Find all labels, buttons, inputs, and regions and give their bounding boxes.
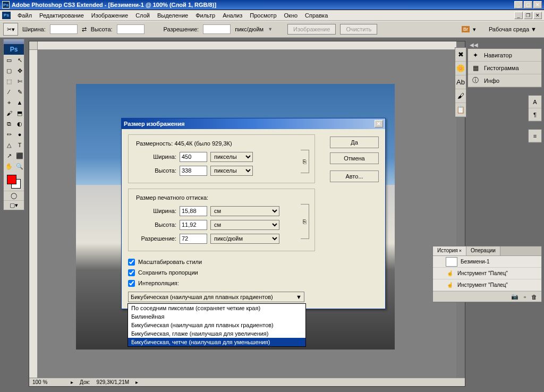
- history-doc-row[interactable]: Безимени-1: [433, 256, 541, 268]
- maximize-button[interactable]: ▢: [524, 1, 532, 8]
- px-width-input[interactable]: [180, 152, 207, 162]
- px-height-unit[interactable]: пикселы: [210, 166, 253, 176]
- history-state-row[interactable]: ☝ Инструмент "Палец": [433, 279, 541, 291]
- tool-3[interactable]: ✥: [14, 65, 25, 76]
- tool-19[interactable]: ⬛: [14, 150, 25, 161]
- scale-styles-checkbox[interactable]: [128, 259, 135, 266]
- opt-clear-button[interactable]: Очистить: [340, 24, 377, 35]
- doc-minimize-button[interactable]: _: [514, 12, 523, 19]
- close-button[interactable]: ✕: [533, 1, 542, 8]
- tool-14[interactable]: ✏: [4, 129, 14, 140]
- interp-option-4[interactable]: Бикубическая, четче (наилучшая для умень…: [128, 338, 305, 346]
- mini-para-icon[interactable]: ¶: [529, 108, 541, 121]
- new-snapshot-icon[interactable]: 📷: [511, 293, 518, 300]
- tab-history[interactable]: История×: [433, 246, 466, 255]
- current-tool-thumb[interactable]: ✂▾: [3, 23, 18, 36]
- dialog-close-button[interactable]: ✕: [375, 120, 383, 127]
- palette-info[interactable]: ⓘ Инфо: [468, 74, 541, 87]
- pr-width-input[interactable]: [180, 206, 207, 216]
- dock-collapse-icon[interactable]: ◀◀: [470, 42, 478, 48]
- resample-checkbox[interactable]: [128, 280, 135, 287]
- tool-21[interactable]: 🔍: [14, 161, 25, 172]
- tool-12[interactable]: ⧉: [4, 118, 14, 129]
- constrain-link-icon[interactable]: ⎘: [301, 150, 309, 173]
- tool-11[interactable]: ⬒: [14, 108, 25, 118]
- interpolation-select[interactable]: Бикубическая (наилучшая для плавных град…: [128, 292, 304, 302]
- tool-7[interactable]: ✎: [14, 87, 25, 97]
- tool-20[interactable]: ✋: [4, 161, 14, 172]
- tab-actions[interactable]: Операции: [466, 246, 500, 255]
- ruler-vertical[interactable]: [29, 50, 38, 378]
- tool-6[interactable]: ∕: [4, 87, 14, 97]
- auto-button[interactable]: Авто...: [330, 171, 379, 182]
- side-swatch-icon[interactable]: 🌼: [455, 62, 466, 75]
- res-input[interactable]: [180, 234, 207, 244]
- interp-option-1[interactable]: Билинейная: [128, 312, 305, 321]
- workspace-menu[interactable]: Br ▾ Рабочая среда ▼: [457, 25, 541, 34]
- ruler-horizontal[interactable]: [38, 41, 456, 50]
- constrain-checkbox[interactable]: [128, 269, 135, 276]
- tool-2[interactable]: ▢: [4, 65, 14, 76]
- interpolation-dropdown[interactable]: По соседним пикселам (сохраняет четкие к…: [128, 303, 306, 347]
- menu-analysis[interactable]: Анализ: [219, 11, 246, 20]
- tool-1[interactable]: ↖: [14, 55, 25, 65]
- side-char-icon[interactable]: Ab: [455, 75, 466, 89]
- dialog-titlebar[interactable]: Размер изображения ✕: [122, 118, 385, 129]
- menu-filter[interactable]: Фильтр: [192, 11, 219, 20]
- minimize-button[interactable]: _: [514, 1, 523, 8]
- cancel-button[interactable]: Отмена: [330, 152, 379, 164]
- palette-navigator[interactable]: ✦ Навигатор: [468, 49, 541, 62]
- new-doc-icon[interactable]: ▫: [524, 294, 526, 300]
- menu-view[interactable]: Просмотр: [246, 11, 280, 20]
- tool-8[interactable]: ⌖: [4, 97, 14, 108]
- pr-height-input[interactable]: [180, 220, 207, 230]
- history-state-row[interactable]: ☝ Инструмент "Палец": [433, 268, 541, 279]
- menu-help[interactable]: Справка: [301, 11, 332, 20]
- tool-4[interactable]: ⬚: [4, 76, 14, 87]
- side-layers-icon[interactable]: 📋: [455, 103, 466, 117]
- interp-option-2[interactable]: Бикубическая (наилучшая для плавных град…: [128, 321, 305, 329]
- tool-10[interactable]: 🖌: [4, 108, 14, 118]
- pr-width-unit[interactable]: см: [210, 206, 279, 216]
- tool-17[interactable]: T: [14, 140, 25, 150]
- side-brush-icon[interactable]: 🖌: [455, 89, 466, 103]
- tool-5[interactable]: ✄: [14, 76, 25, 87]
- menu-image[interactable]: Изображение: [88, 11, 132, 20]
- opt-width-input[interactable]: [50, 24, 78, 34]
- status-zoom[interactable]: 100 %: [32, 379, 64, 385]
- menu-file[interactable]: Файл: [14, 11, 36, 20]
- screenmode-toggle[interactable]: ▢▾: [4, 200, 24, 210]
- opt-res-input[interactable]: [203, 24, 231, 34]
- tool-9[interactable]: ▲: [14, 97, 25, 108]
- palette-histogram[interactable]: ▦ Гистограмма: [468, 62, 541, 74]
- tool-0[interactable]: ▭: [4, 55, 14, 65]
- pr-height-unit[interactable]: см: [210, 220, 279, 230]
- opt-image-button[interactable]: Изображение: [287, 24, 336, 35]
- fg-color-swatch[interactable]: [7, 175, 16, 184]
- quickmask-toggle[interactable]: ◯: [4, 191, 24, 200]
- tool-15[interactable]: ●: [14, 129, 25, 140]
- menu-window[interactable]: Окно: [280, 11, 302, 20]
- ok-button[interactable]: Да: [330, 137, 379, 148]
- mini-char-icon[interactable]: A: [529, 96, 541, 108]
- ruler-origin[interactable]: [29, 41, 38, 50]
- mini-list-icon[interactable]: ≡: [529, 130, 541, 142]
- menu-layer[interactable]: Слой: [132, 11, 154, 20]
- opt-height-input[interactable]: [117, 24, 144, 34]
- constrain-link-icon[interactable]: ⎘: [301, 204, 309, 239]
- toolbox-gripper[interactable]: [4, 39, 24, 44]
- menu-edit[interactable]: Редактирование: [36, 11, 88, 20]
- interp-option-3[interactable]: Бикубическая, глаже (наилучшая для увели…: [128, 329, 305, 338]
- interp-option-0[interactable]: По соседним пикселам (сохраняет четкие к…: [128, 304, 305, 312]
- swap-icon[interactable]: ⇄: [82, 26, 87, 33]
- tool-16[interactable]: △: [4, 140, 14, 150]
- side-tools-icon[interactable]: ✖: [455, 48, 466, 62]
- menu-select[interactable]: Выделение: [154, 11, 192, 20]
- tool-13[interactable]: ◐: [14, 118, 25, 129]
- res-unit[interactable]: пикс/дюйм: [210, 234, 279, 244]
- doc-restore-button[interactable]: ❐: [524, 12, 532, 19]
- dock-header[interactable]: ◀◀: [468, 41, 542, 48]
- px-height-input[interactable]: [180, 166, 207, 176]
- doc-close-button[interactable]: ✕: [533, 12, 542, 19]
- trash-icon[interactable]: 🗑: [531, 294, 537, 300]
